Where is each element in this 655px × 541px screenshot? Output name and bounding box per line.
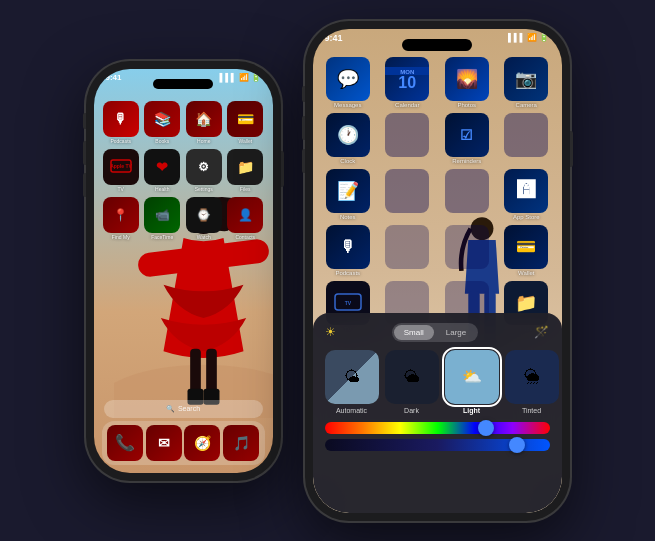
notes-icon: 📝 [326, 169, 370, 213]
empty-slot-1 [385, 113, 429, 157]
list-item[interactable] [380, 113, 435, 164]
dock-left: 📞 ✉ 🧭 🎵 [102, 421, 265, 465]
list-item[interactable]: 📷 Camera [499, 57, 554, 108]
appearance-top-row: ☀ Small Large 🪄 [325, 323, 550, 342]
color-sliders [325, 422, 550, 451]
svg-text:TV: TV [345, 300, 352, 306]
small-size-button[interactable]: Small [394, 325, 434, 340]
volume-down-button-r[interactable] [302, 149, 305, 173]
automatic-preview: 🌤 [325, 350, 379, 404]
list-item[interactable]: ⌚ Watch [186, 197, 223, 240]
messages-icon: 💬 [326, 57, 370, 101]
mail-icon: ✉ [146, 425, 182, 461]
search-bar-left[interactable]: 🔍 Search [104, 400, 263, 418]
dock-mail[interactable]: ✉ [146, 425, 182, 461]
list-item[interactable]: 🕐 Clock [321, 113, 376, 164]
calendar-icon: MON 10 [385, 57, 429, 101]
main-scene: 9:41 ▌▌▌ 📶 🔋 🎙 Podcasts 📚 Books [66, 1, 590, 541]
hue-slider-thumb[interactable] [478, 420, 494, 436]
hue-slider[interactable] [325, 422, 550, 434]
tinted-label: Tinted [522, 407, 541, 414]
empty-slot-2 [504, 113, 548, 157]
sun-icon: ☀ [325, 325, 336, 339]
mute-button[interactable] [83, 113, 86, 129]
wallet-icon: 💳 [227, 101, 263, 137]
music-icon: 🎵 [223, 425, 259, 461]
empty-slot-4 [445, 169, 489, 213]
appearance-options: 🌤 Automatic 🌥 Dark ⛅ [325, 350, 550, 414]
automatic-mode-option[interactable]: 🌤 Automatic [325, 350, 379, 414]
list-item[interactable]: 💳 Wallet [499, 225, 554, 276]
time-right: 9:41 [325, 33, 343, 43]
power-button[interactable] [281, 151, 284, 187]
settings-icon: ⚙ [186, 149, 222, 185]
status-icons-left: ▌▌▌ 📶 🔋 [219, 73, 260, 82]
photos-icon: 🌄 [445, 57, 489, 101]
dock-safari[interactable]: 🧭 [184, 425, 220, 461]
reminders-icon: ☑ [445, 113, 489, 157]
time-left: 9:41 [106, 73, 122, 82]
list-item[interactable] [499, 113, 554, 164]
empty-slot-3 [385, 169, 429, 213]
dock-phone[interactable]: 📞 [107, 425, 143, 461]
brightness-slider[interactable] [325, 439, 550, 451]
size-toggle[interactable]: Small Large [392, 323, 478, 342]
list-item[interactable]: ❤ Health [144, 149, 181, 192]
list-item[interactable]: 🅰 App Store [499, 169, 554, 220]
list-item[interactable]: MON 10 Calendar [380, 57, 435, 108]
left-phone-screen: 9:41 ▌▌▌ 📶 🔋 🎙 Podcasts 📚 Books [94, 69, 273, 473]
list-item[interactable]: ☑ Reminders [440, 113, 495, 164]
volume-up-button-r[interactable] [302, 116, 305, 140]
list-item[interactable]: 🎙 Podcasts [321, 225, 376, 276]
list-item[interactable]: 📁 Files [227, 149, 264, 192]
podcasts-icon: 🎙 [103, 101, 139, 137]
volume-down-button[interactable] [83, 173, 86, 197]
findmy-icon: 📍 [103, 197, 139, 233]
appstore-icon: 🅰 [504, 169, 548, 213]
list-item[interactable]: 👤 Contacts [227, 197, 264, 240]
dark-mode-option[interactable]: 🌥 Dark [385, 350, 439, 414]
dark-preview: 🌥 [385, 350, 439, 404]
empty-slot-6 [445, 225, 489, 269]
books-icon: 📚 [144, 101, 180, 137]
automatic-label: Automatic [336, 407, 367, 414]
list-item[interactable]: 💳 Wallet [227, 101, 264, 144]
wand-icon[interactable]: 🪄 [534, 325, 549, 339]
right-phone: 9:41 ▌▌▌ 📶 🔋 💬 Messages MON 10 Cale [305, 21, 570, 521]
list-item[interactable]: 🎙 Podcasts [103, 101, 140, 144]
list-item[interactable] [380, 225, 435, 276]
svg-rect-3 [190, 348, 201, 395]
dynamic-island-right [402, 39, 472, 51]
left-phone: 9:41 ▌▌▌ 📶 🔋 🎙 Podcasts 📚 Books [86, 61, 281, 481]
volume-up-button[interactable] [83, 141, 86, 165]
facetime-icon: 📹 [144, 197, 180, 233]
mute-button-r[interactable] [302, 86, 305, 102]
brightness-slider-thumb[interactable] [509, 437, 525, 453]
power-button-r[interactable] [570, 131, 573, 167]
list-item[interactable]: 📹 FaceTime [144, 197, 181, 240]
light-label: Light [463, 407, 480, 414]
tinted-mode-option[interactable]: 🌦 Tinted [505, 350, 559, 414]
watch-icon: ⌚ [186, 197, 222, 233]
list-item[interactable]: 🌄 Photos [440, 57, 495, 108]
list-item[interactable]: Apple TV TV [103, 149, 140, 192]
dark-label: Dark [404, 407, 419, 414]
list-item[interactable]: 📝 Notes [321, 169, 376, 220]
list-item[interactable]: 📍 Find My [103, 197, 140, 240]
list-item[interactable] [440, 169, 495, 220]
dock-music[interactable]: 🎵 [223, 425, 259, 461]
list-item[interactable] [440, 225, 495, 276]
files-icon: 📁 [227, 149, 263, 185]
home-icon: 🏠 [186, 101, 222, 137]
large-size-button[interactable]: Large [436, 325, 476, 340]
list-item[interactable]: 💬 Messages [321, 57, 376, 108]
right-app-grid: 💬 Messages MON 10 Calendar 🌄 Photos 📷 [319, 55, 556, 334]
list-item[interactable]: ⚙ Settings [186, 149, 223, 192]
right-phone-screen: 9:41 ▌▌▌ 📶 🔋 💬 Messages MON 10 Cale [313, 29, 562, 513]
list-item[interactable]: 📚 Books [144, 101, 181, 144]
phone-icon: 📞 [107, 425, 143, 461]
list-item[interactable]: 🏠 Home [186, 101, 223, 144]
list-item[interactable] [380, 169, 435, 220]
light-mode-option[interactable]: ⛅ Light [445, 350, 499, 414]
status-icons-right: ▌▌▌ 📶 🔋 [508, 33, 549, 42]
